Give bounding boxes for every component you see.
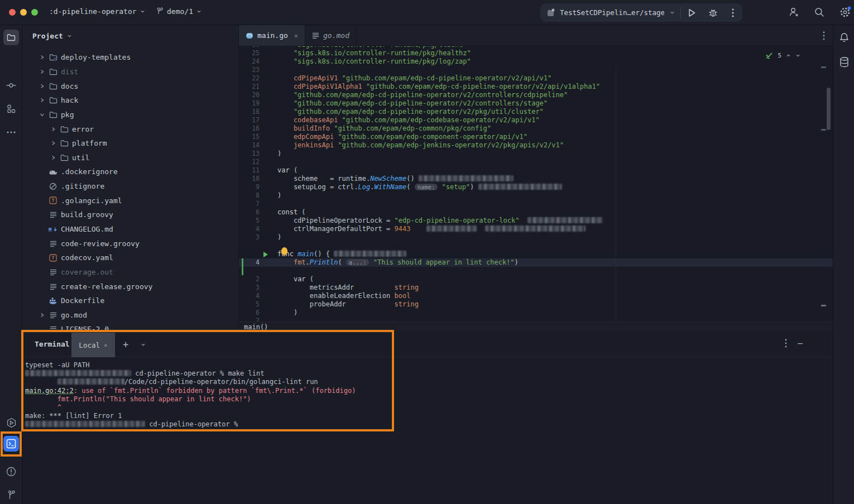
code-line[interactable]: 4 fmt.Println( a...: "This should appear… bbox=[239, 258, 833, 267]
inspections-widget[interactable]: 5 bbox=[765, 52, 800, 59]
tree-item-dockerfile[interactable]: Dockerfile bbox=[22, 294, 238, 308]
line-number[interactable]: 16 bbox=[239, 124, 260, 133]
terminal-panel-title[interactable]: Terminal bbox=[35, 340, 70, 348]
code-line[interactable]: 6const ( bbox=[239, 208, 833, 217]
chevron-collapsed-icon[interactable] bbox=[49, 127, 57, 132]
tree-item-pkg[interactable]: pkg bbox=[22, 108, 238, 122]
line-number[interactable]: 7 bbox=[239, 200, 260, 208]
stripe-mark[interactable] bbox=[821, 129, 826, 131]
database-icon[interactable] bbox=[839, 57, 849, 68]
tree-item-code-review-groovy[interactable]: code-review.groovy bbox=[22, 236, 238, 251]
tree-item-changelog-md[interactable]: MCHANGELOG.md bbox=[22, 222, 238, 237]
zoom-window-button[interactable] bbox=[31, 9, 38, 16]
code-line[interactable]: 9 setupLog = ctrl.Log.WithName( name: "s… bbox=[239, 183, 833, 191]
line-number[interactable]: 4 bbox=[239, 225, 260, 233]
chevron-collapsed-icon[interactable] bbox=[49, 141, 57, 146]
line-number[interactable]: 9 bbox=[239, 183, 260, 191]
run-more-kebab-icon[interactable] bbox=[723, 8, 742, 17]
tree-item--dockerignore[interactable]: .dockerignore bbox=[22, 165, 238, 179]
line-number[interactable]: 8 bbox=[239, 191, 260, 200]
settings-gear-icon[interactable] bbox=[839, 6, 851, 18]
line-number[interactable]: 25 bbox=[239, 49, 260, 57]
code-line[interactable]: 5 cdPipelineOperatorLock = "edp-cd-pipel… bbox=[239, 217, 833, 225]
tree-item-coverage-out[interactable]: coverage.out bbox=[22, 265, 238, 280]
line-number[interactable]: 12 bbox=[239, 158, 260, 166]
close-window-button[interactable] bbox=[9, 9, 16, 16]
hide-panel-button[interactable]: — bbox=[798, 338, 806, 348]
terminal-tab-dropdown-icon[interactable] bbox=[141, 342, 146, 347]
editor-scrollbar[interactable] bbox=[827, 88, 831, 130]
stripe-mark[interactable] bbox=[821, 305, 826, 306]
line-number[interactable]: 15 bbox=[239, 133, 260, 141]
code-line[interactable]: func main() { bbox=[239, 250, 833, 258]
code-line[interactable]: 7 bbox=[239, 200, 833, 208]
tree-item-hack[interactable]: hack bbox=[22, 93, 238, 108]
run-main-gutter-icon[interactable] bbox=[263, 252, 268, 257]
terminal-output[interactable]: typeset -aU PATH cd-pipeline-operator % … bbox=[25, 361, 356, 429]
tab-main-go[interactable]: main.go ✕ bbox=[239, 25, 305, 46]
tab-go-mod[interactable]: go.mod bbox=[305, 25, 357, 46]
code-line[interactable]: 23 bbox=[239, 66, 833, 74]
line-number[interactable]: 10 bbox=[239, 175, 260, 183]
code-line[interactable]: 21 cdPipeApiV1Alpha1 "github.com/epam/ed… bbox=[239, 83, 833, 91]
chevron-down-icon[interactable] bbox=[670, 10, 675, 15]
run-tool-button[interactable] bbox=[3, 415, 19, 430]
line-number[interactable]: 3 bbox=[239, 284, 260, 292]
project-selector[interactable]: :d-pipeline-operator bbox=[49, 7, 145, 16]
prev-problem-icon[interactable] bbox=[786, 53, 791, 58]
tree-item--gitignore[interactable]: .gitignore bbox=[22, 179, 238, 194]
code-line[interactable]: 15 edpCompApi "github.com/epam/edp-compo… bbox=[239, 133, 833, 141]
line-number[interactable]: 4 bbox=[239, 292, 260, 300]
project-panel-header[interactable]: Project bbox=[32, 32, 72, 40]
tree-item-codecov-yaml[interactable]: Ycodecov.yaml bbox=[22, 251, 238, 265]
tree-item-deploy-templates[interactable]: deploy-templates bbox=[22, 50, 238, 65]
code-line[interactable]: 10 scheme = runtime.NewScheme() bbox=[239, 175, 833, 183]
code-line[interactable]: 13) bbox=[239, 150, 833, 158]
code-line[interactable]: 12 bbox=[239, 158, 833, 166]
problems-tool-button[interactable] bbox=[3, 464, 19, 479]
code-line[interactable] bbox=[239, 267, 833, 275]
close-tab-icon[interactable]: ✕ bbox=[104, 342, 108, 349]
code-line[interactable]: 18 "github.com/epam/edp-cd-pipeline-oper… bbox=[239, 108, 833, 116]
chevron-collapsed-icon[interactable] bbox=[38, 69, 46, 74]
tree-item-error[interactable]: error bbox=[22, 122, 238, 136]
minimize-window-button[interactable] bbox=[20, 9, 27, 16]
code-line[interactable]: 17 codebaseApi "github.com/epam/edp-code… bbox=[239, 116, 833, 124]
code-line[interactable]: 8) bbox=[239, 191, 833, 200]
chevron-collapsed-icon[interactable] bbox=[38, 55, 46, 60]
line-number[interactable]: 21 bbox=[239, 83, 260, 91]
structure-tool-button[interactable] bbox=[3, 101, 19, 117]
code-viewport[interactable]: 26 "sigs.k8s.io/controller-runtime/pkg/c… bbox=[239, 46, 833, 321]
chevron-collapsed-icon[interactable] bbox=[49, 155, 57, 160]
line-number[interactable]: 5 bbox=[239, 217, 260, 225]
tree-item-dist[interactable]: dist bbox=[22, 65, 238, 79]
line-number[interactable]: 5 bbox=[239, 300, 260, 309]
chevron-collapsed-icon[interactable] bbox=[38, 98, 46, 103]
version-control-tool-button[interactable] bbox=[3, 487, 19, 503]
line-number[interactable]: 17 bbox=[239, 116, 260, 124]
chevron-expanded-icon[interactable] bbox=[38, 112, 46, 117]
code-line[interactable]: 22 cdPipeApiV1 "github.com/epam/edp-cd-p… bbox=[239, 74, 833, 83]
branch-selector[interactable]: demo/1 bbox=[156, 7, 201, 16]
tree-item-build-groovy[interactable]: build.groovy bbox=[22, 208, 238, 222]
notifications-bell-icon[interactable] bbox=[839, 32, 849, 42]
line-number[interactable]: 6 bbox=[239, 309, 260, 317]
stripe-mark[interactable] bbox=[821, 66, 826, 68]
chevron-collapsed-icon[interactable] bbox=[38, 313, 46, 318]
code-line[interactable]: 5 probeAddr string bbox=[239, 300, 833, 309]
tree-item-platform[interactable]: platform bbox=[22, 136, 238, 151]
line-number[interactable]: 19 bbox=[239, 99, 260, 108]
line-number[interactable]: 2 bbox=[239, 275, 260, 284]
tree-item-go-mod[interactable]: go.mod bbox=[22, 308, 238, 323]
project-tool-button[interactable] bbox=[3, 30, 19, 45]
search-icon[interactable] bbox=[814, 7, 825, 18]
run-config-name[interactable]: TestSetCDPipelin…er/stage bbox=[560, 8, 664, 17]
line-number[interactable]: 6 bbox=[239, 208, 260, 217]
line-number[interactable]: 22 bbox=[239, 74, 260, 83]
next-problem-icon[interactable] bbox=[795, 53, 800, 58]
code-line[interactable]: 20 "github.com/epam/edp-cd-pipeline-oper… bbox=[239, 91, 833, 99]
run-button[interactable] bbox=[681, 8, 702, 17]
more-tools-button[interactable] bbox=[3, 124, 19, 140]
line-number[interactable]: 24 bbox=[239, 57, 260, 66]
terminal-tab-local[interactable]: Local ✕ bbox=[71, 333, 115, 357]
